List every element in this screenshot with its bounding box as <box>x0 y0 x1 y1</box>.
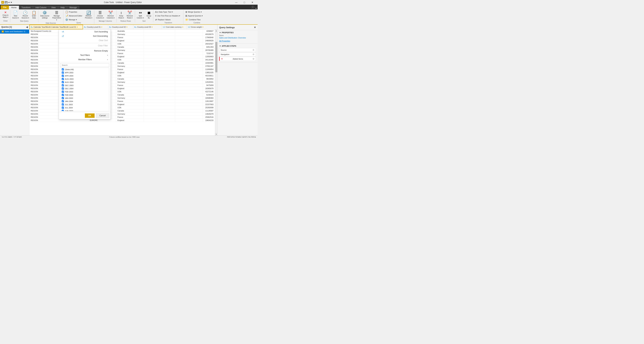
advanced-editor-button[interactable]: 📝 Advanced Editor <box>64 14 84 18</box>
table-row[interactable]: REGIONAMERICAUSA40193811 <box>29 74 215 77</box>
tab-help[interactable]: Help <box>58 6 67 10</box>
table-row[interactable]: REGIONEUROPEEngland12050663 <box>29 55 215 58</box>
manage-parameters-button[interactable]: ☰ ManageParameters ▾ <box>51 10 62 22</box>
ok-button[interactable]: OK <box>85 113 94 118</box>
table-row[interactable]: REGIONEUROPEFrance17969040 <box>29 36 215 39</box>
table-row[interactable]: REGIONAMERICACanada11126587 <box>29 109 215 112</box>
checkbox-dec2004[interactable] <box>62 87 64 90</box>
col-header-country-l01[interactable]: Aↄ Country.Level 01 ▾ <box>83 25 108 29</box>
queries-collapse-button[interactable]: ◀ <box>26 26 28 28</box>
menu-item-removeEmpty[interactable]: Remove Empty <box>59 49 110 53</box>
merge-queries-button[interactable]: ⊕ Merge Queries ▾ <box>184 10 204 14</box>
replace-values-button[interactable]: ⇄ Replace Values <box>154 18 182 22</box>
scroll-track[interactable] <box>215 32 217 133</box>
maximize-button[interactable]: □ <box>240 0 248 5</box>
save-icon[interactable]: 💾 <box>5 1 8 4</box>
close-button[interactable]: ✕ <box>248 0 256 5</box>
checkbox-jan2004[interactable] <box>62 100 64 102</box>
table-row[interactable]: REGIONEUROPEGermany28700489 <box>29 49 215 52</box>
close-apply-button[interactable]: ✕ Close &Apply ▾ <box>1 10 10 19</box>
checkbox-selectAll[interactable] <box>62 68 64 71</box>
table-row[interactable]: REGIONAMERICAUSA25350099 <box>29 106 215 109</box>
properties-button[interactable]: 📋 Properties <box>64 10 84 14</box>
col-header-cal-year[interactable]: Aↄ Calendar Year/Month.Calendar Year/Mon… <box>29 25 83 29</box>
checkbox-list[interactable]: (Select All)APR 2003APR 2004AUG 2003AUG … <box>60 68 109 111</box>
table-row[interactable]: REGIONEUROPEEngland22157663 <box>29 103 215 106</box>
table-row[interactable]: REGIONEUROPEFrance9475899 <box>29 84 215 87</box>
table-row[interactable]: REGIONEUROPEFrance7233747 <box>29 52 215 55</box>
step-navigation-gear-icon[interactable]: ⚙ <box>252 53 254 56</box>
checkbox-apr2004[interactable] <box>62 75 64 77</box>
refresh-preview-button[interactable]: 🔄 RefreshPreview ▾ <box>84 10 94 20</box>
col-header-gross-weight[interactable]: 1.2 Gross weight ▾ <box>187 25 217 29</box>
table-row[interactable]: Not Assigned Country (s)Australia4268607 <box>29 30 215 33</box>
checkbox-dec2003[interactable] <box>62 84 64 86</box>
all-properties-link[interactable]: All Properties <box>219 40 230 42</box>
checkbox-item-apr2003[interactable]: APR 2003 <box>62 71 108 74</box>
table-row[interactable]: REGIONEUROPEEngland18365679 <box>29 87 215 90</box>
tab-home[interactable]: Home <box>9 6 19 10</box>
checkbox-item-dec2004[interactable]: DEC 2004 <box>62 87 108 90</box>
use-first-row-button[interactable]: ≡ Use First Row as Headers ▾ <box>154 14 182 18</box>
recent-sources-button[interactable]: 🕒 RecentSources ▾ <box>20 10 30 20</box>
checkbox-feb2004[interactable] <box>62 94 64 96</box>
table-row[interactable]: REGIONEUROPEFrance12613687 <box>29 100 215 103</box>
table-row[interactable]: REGIONEUROPEEngland19604233 <box>29 119 215 122</box>
data-table[interactable]: Not Assigned Country (s)Australia4268607… <box>29 30 215 135</box>
tab-view[interactable]: View <box>49 6 58 10</box>
scroll-thumb[interactable] <box>215 42 217 72</box>
checkbox-item-jan2003[interactable]: JAN 2003 <box>62 97 108 100</box>
checkbox-aug2004[interactable] <box>62 81 64 83</box>
col-header-country-l02[interactable]: Aↄ Country.Level 02 ▾ <box>108 25 133 29</box>
table-row[interactable]: REGIONAMERICAUSA42272146 <box>29 90 215 93</box>
table-row[interactable]: REGIONAMERICACanada6156023 <box>29 93 215 97</box>
menu-item-textFilters[interactable]: Text Filters› <box>59 53 110 57</box>
table-row[interactable]: REGIONEUROPEGermany49328079 <box>29 33 215 36</box>
checkbox-item-aug2003[interactable]: AUG 2003 <box>62 77 108 81</box>
combine-files-button[interactable]: 📁 Combine Files <box>184 18 204 22</box>
split-column-button[interactable]: ⇔ SplitColumn ▾ <box>136 10 145 20</box>
checkbox-item-dec2003[interactable]: DEC 2003 <box>62 84 108 87</box>
table-row[interactable]: REGIONEUROPEFrance25962516 <box>29 116 215 119</box>
minimize-ribbon-icon[interactable]: ▲ <box>255 7 257 9</box>
manage-dropdown-button[interactable]: ⚙️ Manage ▾ <box>64 18 84 22</box>
checkbox-jun2003[interactable] <box>62 110 64 111</box>
table-row[interactable]: REGIONEUROPEEngland24809029 <box>29 39 215 42</box>
tab-add-column[interactable]: Add Column <box>33 6 49 10</box>
checkbox-apr2003[interactable] <box>62 72 64 74</box>
table-row[interactable]: REGIONEUROPEEngland13851025 <box>29 71 215 74</box>
step-source-gear-icon[interactable]: ⚙ <box>252 49 254 51</box>
help-icon[interactable]: ? <box>251 6 254 9</box>
step-added-items-gear-icon[interactable]: ⚙ <box>252 58 254 60</box>
checkbox-item-feb2003[interactable]: FEB 2003 <box>62 90 108 93</box>
cancel-button[interactable]: Cancel <box>96 113 109 118</box>
col-dropdown-icon-cal-year[interactable]: ▾ <box>77 26 78 28</box>
table-row[interactable]: REGIONAMERICAUSA34116345 <box>29 58 215 61</box>
data-source-settings-button[interactable]: ⚙️ Data sourcesettings <box>39 10 50 20</box>
table-row[interactable]: REGIONAMERICACanada10304981 <box>29 61 215 65</box>
col-dropdown-icon-l01[interactable]: ▾ <box>101 26 102 28</box>
col-header-country-l03[interactable]: Aↄ Country.Level 03 ▾ <box>133 25 162 29</box>
col-dropdown-icon-l03[interactable]: ▾ <box>152 26 152 28</box>
col-dropdown-icon-cost[interactable]: ▾ <box>182 26 183 28</box>
group-by-button[interactable]: ◼ GroupBy <box>146 10 152 20</box>
tab-manage[interactable]: Manage <box>67 6 79 10</box>
table-row[interactable]: REGIONAMERICAUSA26032927 <box>29 42 215 46</box>
table-row[interactable]: REGIONEUROPEGermany14826079 <box>29 112 215 116</box>
query-settings-close-icon[interactable]: ✕ <box>254 26 256 29</box>
more-icon[interactable]: ▾ <box>11 1 12 4</box>
checkbox-jul2003[interactable] <box>62 103 64 106</box>
table-row[interactable]: REGIONEUROPEGermany16588484 <box>29 97 215 100</box>
tab-transform[interactable]: Transform <box>19 6 33 10</box>
table-row[interactable]: REGIONAMERICACanada9643892 <box>29 77 215 81</box>
checkbox-item-jun2003[interactable]: JUN 2003 <box>62 109 108 111</box>
keep-rows-button[interactable]: ↕ KeepRows ▾ <box>117 10 125 20</box>
tab-file[interactable]: File <box>1 5 9 10</box>
query-name-value[interactable]: Sales and Distribution: Overview <box>219 37 256 39</box>
checkbox-item-selectAll[interactable]: (Select All) <box>62 68 108 71</box>
new-source-button[interactable]: 📄 NewSource ▾ <box>11 10 20 20</box>
checkbox-jan2003[interactable] <box>62 97 64 99</box>
choose-columns-button[interactable]: ☰ ChooseColumns ▾ <box>95 10 105 20</box>
table-row[interactable]: REGIONEUROPEGermany37991347 <box>29 65 215 68</box>
checkbox-aug2003[interactable] <box>62 78 64 80</box>
